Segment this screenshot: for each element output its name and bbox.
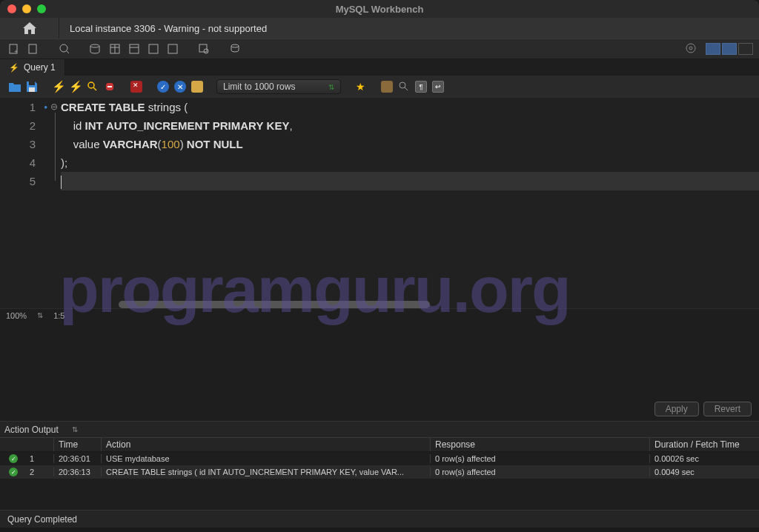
inspector-icon[interactable] [56,41,73,57]
commit-icon[interactable]: ✓ [156,79,170,94]
close-window-button[interactable] [7,4,16,13]
settings-icon[interactable] [685,42,698,56]
results-area: Apply Revert [0,322,759,421]
svg-rect-19 [29,87,35,92]
query-tabs: ⚡ Query 1 [0,59,759,76]
row-time: 20:36:13 [53,468,101,476]
row-time: 20:36:01 [53,454,101,463]
gutter-line: 2 [0,116,58,135]
horizontal-scrollbar[interactable] [119,301,430,308]
row-action: USE mydatabase [101,454,430,463]
favorites-icon[interactable]: ★ [353,79,368,94]
new-sql-tab-icon[interactable]: + [6,41,22,57]
title-bar: MySQL Workbench [0,0,759,18]
traffic-lights [0,4,46,13]
row-response: 0 row(s) affected [430,454,649,463]
row-duration: 0.00026 sec [649,454,759,463]
bottom-panel-toggle[interactable] [722,43,737,55]
search-table-icon[interactable] [196,41,212,57]
maximize-window-button[interactable] [37,4,46,13]
zoom-level[interactable]: 100% [6,311,27,320]
right-panel-toggle[interactable] [738,43,753,55]
apply-button[interactable]: Apply [654,402,699,416]
svg-rect-11 [149,44,158,53]
col-duration-header[interactable]: Duration / Fetch Time [649,438,759,451]
svg-rect-2 [29,44,36,53]
editor-toolbar: ⚡ ⚡ ✓ ✕ Limit to 1000 rows ⇅ ★ ¶ ↩ [0,76,759,98]
code-line: value VARCHAR(100) NOT NULL [61,135,759,153]
left-panel-toggle[interactable] [706,43,720,55]
home-tab[interactable] [0,18,59,39]
svg-point-20 [88,82,94,88]
output-row[interactable]: ✓ 2 20:36:13 CREATE TABLE strings ( id I… [0,465,759,479]
col-action-header[interactable]: Action [101,438,430,451]
output-header: Time Action Response Duration / Fetch Ti… [0,437,759,452]
rollback-icon[interactable]: ✕ [173,79,188,94]
main-toolbar: + [0,39,759,59]
autocommit-icon[interactable] [190,79,205,94]
window-title: MySQL Workbench [336,4,424,15]
row-limit-label: Limit to 1000 rows [223,82,295,92]
col-num [27,438,53,451]
row-num: 1 [27,454,53,463]
beautify-icon[interactable] [380,79,394,94]
output-rows: ✓ 1 20:36:01 USE mydatabase 0 row(s) aff… [0,452,759,479]
row-duration: 0.0049 sec [649,468,759,476]
row-response: 0 row(s) affected [430,468,649,476]
save-file-icon[interactable] [24,79,39,94]
execute-current-icon[interactable]: ⚡ [68,79,83,94]
svg-point-5 [90,44,99,47]
row-limit-select[interactable]: Limit to 1000 rows ⇅ [216,79,341,94]
connection-tab-bar: Local instance 3306 - Warning - not supp… [0,18,759,39]
svg-text:+: + [14,48,18,55]
execute-icon[interactable]: ⚡ [51,79,66,94]
create-table-icon[interactable] [107,41,123,57]
output-type-label[interactable]: Action Output [4,425,59,435]
svg-line-4 [66,50,69,53]
cursor-position: 1:5 [53,311,64,320]
create-view-icon[interactable] [126,41,142,57]
paragraph-icon[interactable]: ¶ [414,79,428,94]
svg-point-23 [400,82,405,88]
success-icon: ✓ [9,454,18,463]
code-line [61,172,759,190]
svg-point-17 [689,47,692,50]
output-arrows-icon[interactable]: ⇅ [72,425,78,433]
reconnect-icon[interactable] [227,41,243,57]
col-status [0,438,27,451]
home-icon [23,22,36,34]
output-filler [0,479,759,510]
create-function-icon[interactable] [165,41,181,57]
editor-gutter: 1 2 3 4 5 [0,98,58,308]
zoom-arrows-icon[interactable]: ⇅ [37,311,43,319]
wrap-icon[interactable]: ↩ [431,79,445,94]
svg-point-14 [204,49,208,53]
find-icon[interactable] [397,79,411,94]
cancel-icon[interactable] [129,79,144,94]
success-icon: ✓ [9,468,18,476]
query-tab-1[interactable]: ⚡ Query 1 [0,59,65,76]
open-file-icon[interactable] [7,79,22,94]
create-schema-icon[interactable] [87,41,104,57]
gutter-line: 1 [0,98,58,116]
code-area[interactable]: CREATE TABLE strings ( id INT AUTO_INCRE… [58,98,759,308]
status-text: Query Completed [7,514,77,525]
stop-icon[interactable] [102,79,117,94]
gutter-line: 3 [0,135,58,153]
output-row[interactable]: ✓ 1 20:36:01 USE mydatabase 0 row(s) aff… [0,452,759,465]
create-procedure-icon[interactable] [145,41,162,57]
connection-tab[interactable]: Local instance 3306 - Warning - not supp… [59,18,759,39]
row-action: CREATE TABLE strings ( id INT AUTO_INCRE… [101,468,430,476]
minimize-window-button[interactable] [22,4,31,13]
code-line: CREATE TABLE strings ( [61,98,759,116]
svg-line-24 [405,87,408,90]
revert-button[interactable]: Revert [703,402,752,416]
output-selector-bar: Action Output ⇅ [0,421,759,437]
explain-icon[interactable] [85,79,100,94]
col-time-header[interactable]: Time [53,438,101,451]
code-line: id INT AUTO_INCREMENT PRIMARY KEY, [61,116,759,135]
sql-editor[interactable]: 1 2 3 4 5 CREATE TABLE strings ( id INT … [0,98,759,308]
svg-rect-12 [168,44,177,53]
col-response-header[interactable]: Response [430,438,649,451]
open-sql-file-icon[interactable] [25,41,42,57]
